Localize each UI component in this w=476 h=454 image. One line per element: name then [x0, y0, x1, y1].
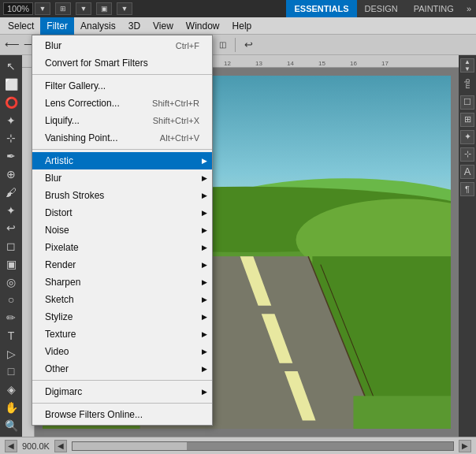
filter-noise[interactable]: Noise: [32, 221, 212, 239]
filter-lens-correction[interactable]: Lens Correction... Shift+Ctrl+R: [32, 95, 212, 112]
filter-texture[interactable]: Texture: [32, 326, 212, 343]
filter-sketch[interactable]: Sketch: [32, 291, 212, 308]
separator-1: [32, 74, 212, 75]
filter-blur-sub[interactable]: Blur: [32, 169, 212, 187]
filter-other[interactable]: Other: [32, 360, 212, 378]
filter-dropdown-menu: Blur Ctrl+F Convert for Smart Filters Fi…: [32, 35, 213, 426]
filter-sharpen[interactable]: Sharpen: [32, 274, 212, 291]
separator-2: [32, 149, 212, 150]
filter-pixelate[interactable]: Pixelate: [32, 239, 212, 256]
filter-brush-strokes[interactable]: Brush Strokes: [32, 187, 212, 204]
dropdown-overlay[interactable]: Blur Ctrl+F Convert for Smart Filters Fi…: [0, 0, 476, 454]
filter-gallery[interactable]: Filter Gallery...: [32, 77, 212, 95]
filter-render[interactable]: Render: [32, 256, 212, 274]
separator-3: [32, 380, 212, 381]
filter-digimarc[interactable]: Digimarc: [32, 383, 212, 400]
filter-menu-blur[interactable]: Blur Ctrl+F: [32, 37, 212, 54]
filter-stylize[interactable]: Stylize: [32, 308, 212, 326]
separator-4: [32, 403, 212, 404]
filter-video[interactable]: Video: [32, 343, 212, 360]
filter-browse-online[interactable]: Browse Filters Online...: [32, 406, 212, 423]
filter-distort[interactable]: Distort: [32, 204, 212, 221]
filter-menu-convert-smart[interactable]: Convert for Smart Filters: [32, 54, 212, 72]
filter-artistic[interactable]: Artistic: [32, 152, 212, 169]
filter-liquify[interactable]: Liquify... Shift+Ctrl+X: [32, 112, 212, 129]
filter-vanishing-point[interactable]: Vanishing Point... Alt+Ctrl+V: [32, 129, 212, 147]
